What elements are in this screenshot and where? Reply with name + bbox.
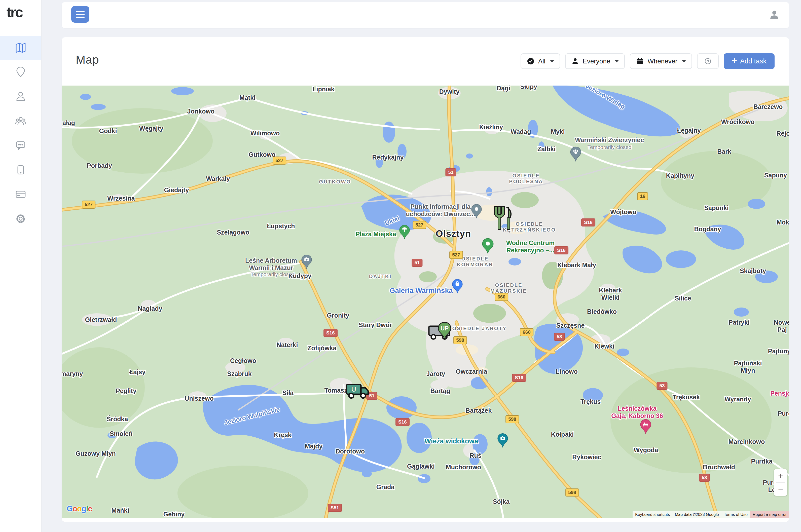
sidebar-item-person[interactable] xyxy=(0,85,41,109)
task-pin-up[interactable]: UP xyxy=(437,322,452,342)
arboretum-pin[interactable] xyxy=(301,254,312,271)
filter-toolbar: All Everyone Whenever + Add task xyxy=(521,53,775,69)
zoom-in-button[interactable]: + xyxy=(774,469,787,482)
lodge-pin[interactable] xyxy=(640,419,652,436)
sidebar: trc xyxy=(0,0,41,532)
google-logo-letter: G xyxy=(67,504,73,513)
tablet-icon xyxy=(15,164,26,175)
add-task-button[interactable]: + Add task xyxy=(724,53,775,69)
map-canvas[interactable] xyxy=(62,86,789,518)
top-bar xyxy=(62,2,789,28)
mall-pin[interactable] xyxy=(452,279,463,295)
chevron-down-icon xyxy=(550,60,554,62)
target-icon xyxy=(704,57,712,65)
viewpoint-pin[interactable] xyxy=(497,433,508,450)
svg-text:U: U xyxy=(351,385,356,393)
attribution-link[interactable]: Terms of Use xyxy=(722,511,750,518)
restaurant-marker[interactable] xyxy=(492,206,513,232)
attribution-link[interactable]: Report a map error xyxy=(750,511,789,518)
time-filter-label: Whenever xyxy=(648,57,677,65)
chevron-down-icon xyxy=(615,60,619,62)
map-icon xyxy=(15,42,26,53)
attribution-link[interactable]: Keyboard shortcuts xyxy=(633,511,672,518)
google-logo-letter: e xyxy=(88,504,92,513)
sidebar-item-team[interactable] xyxy=(0,109,41,133)
info-point-pin[interactable] xyxy=(471,204,482,220)
google-logo-letter: l xyxy=(86,504,88,513)
gear-icon xyxy=(15,213,26,224)
google-logo-letter: o xyxy=(77,504,81,513)
sidebar-item-chat[interactable] xyxy=(0,134,41,157)
sidebar-item-settings[interactable] xyxy=(0,207,41,230)
sidebar-item-places[interactable] xyxy=(0,60,41,84)
zoom-out-button[interactable]: − xyxy=(774,483,787,496)
add-task-label: Add task xyxy=(740,57,766,65)
beach-pin[interactable] xyxy=(399,225,410,241)
location-pin-icon xyxy=(15,67,26,78)
map-viewport[interactable]: LipniakDywityDągiSłupyMątkiJonkowoBarcze… xyxy=(62,86,789,518)
credit-card-icon xyxy=(15,189,26,200)
menu-button[interactable] xyxy=(71,6,89,23)
google-logo-letter: g xyxy=(81,504,86,513)
check-circle-icon xyxy=(527,57,535,65)
sidebar-item-devices[interactable] xyxy=(0,158,41,182)
hamburger-icon xyxy=(76,11,85,12)
chevron-down-icon xyxy=(682,60,686,62)
google-logo-letter: o xyxy=(73,504,77,513)
person-icon xyxy=(15,91,26,102)
status-filter-dropdown[interactable]: All xyxy=(521,53,560,69)
person-icon xyxy=(571,57,579,65)
content-card: Map All Everyone Whenever + Add task xyxy=(62,37,789,522)
zoo-pin[interactable] xyxy=(570,147,582,163)
svg-text:UP: UP xyxy=(441,325,449,332)
time-filter-dropdown[interactable]: Whenever xyxy=(630,53,692,69)
assignee-filter-label: Everyone xyxy=(583,57,611,65)
zoom-control: + − xyxy=(774,469,787,496)
sidebar-item-map[interactable] xyxy=(0,36,41,60)
app-logo: trc xyxy=(6,3,22,20)
locate-button[interactable] xyxy=(697,53,719,69)
attribution-link[interactable]: Map data ©2023 Google xyxy=(672,511,722,518)
user-avatar-icon[interactable] xyxy=(768,9,780,21)
people-icon xyxy=(15,115,26,127)
sidebar-item-billing[interactable] xyxy=(0,183,41,206)
chat-icon xyxy=(15,140,26,151)
map-attribution: Keyboard shortcutsMap data ©2023 GoogleT… xyxy=(633,511,789,518)
truck-u[interactable]: U xyxy=(346,382,371,402)
calendar-icon xyxy=(636,57,644,65)
water-center-pin[interactable] xyxy=(482,238,494,255)
page-title: Map xyxy=(76,53,99,66)
status-filter-label: All xyxy=(538,57,545,65)
assignee-filter-dropdown[interactable]: Everyone xyxy=(565,53,625,69)
google-logo[interactable]: Google xyxy=(67,504,92,513)
